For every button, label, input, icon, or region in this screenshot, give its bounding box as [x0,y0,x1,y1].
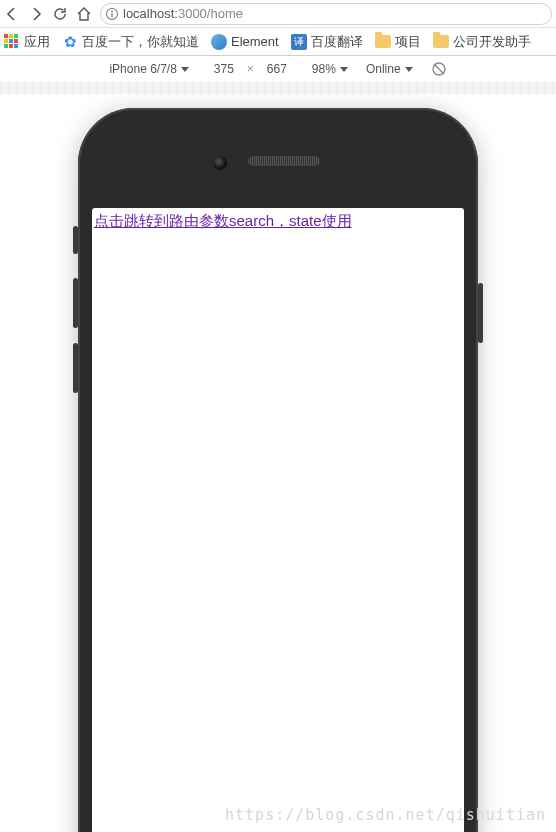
arrow-right-icon [28,6,44,22]
phone-camera [213,156,227,170]
folder-icon [433,34,449,50]
zoom-selector[interactable]: 98% [312,62,348,76]
device-dimensions: × [207,62,294,76]
svg-rect-2 [111,13,112,17]
phone-volume-up [73,278,78,328]
folder-icon [375,34,391,50]
bookmark-element[interactable]: Element [211,34,279,50]
phone-frame: 点击跳转到路由参数search，state使用 [78,108,478,832]
bookmark-label: 百度翻译 [311,33,363,51]
device-height-input[interactable] [260,62,294,76]
info-icon [105,7,119,21]
back-button[interactable] [4,6,20,22]
baidu-icon: ✿ [62,34,78,50]
network-value: Online [366,62,401,76]
phone-speaker [248,156,320,166]
device-stage: 点击跳转到路由参数search，state使用 https://blog.csd… [0,94,556,832]
bookmark-label: 项目 [395,33,421,51]
home-button[interactable] [76,6,92,22]
phone-power-button [478,283,483,343]
device-name: iPhone 6/7/8 [109,62,176,76]
reload-icon [52,6,68,22]
zoom-value: 98% [312,62,336,76]
bookmarks-bar: 应用 ✿ 百度一下，你就知道 Element 译 百度翻译 项目 公司开发助手 [0,28,556,56]
svg-point-1 [111,10,113,12]
bookmark-company[interactable]: 公司开发助手 [433,33,531,51]
url-path: 3000/home [178,6,243,21]
translate-icon: 译 [291,34,307,50]
device-width-input[interactable] [207,62,241,76]
svg-line-4 [434,64,444,74]
bookmark-label: Element [231,34,279,49]
network-selector[interactable]: Online [366,62,413,76]
url-host: localhost: [123,6,178,21]
bookmark-label: 百度一下，你就知道 [82,33,199,51]
phone-mute-switch [73,226,78,254]
rendered-page: 点击跳转到路由参数search，state使用 [92,208,464,235]
route-link[interactable]: 点击跳转到路由参数search，state使用 [94,212,352,229]
reload-button[interactable] [52,6,68,22]
bookmark-baidu[interactable]: ✿ 百度一下，你就知道 [62,33,199,51]
element-icon [211,34,227,50]
device-selector[interactable]: iPhone 6/7/8 [109,62,188,76]
phone-volume-down [73,343,78,393]
dimension-separator: × [247,62,254,76]
rotate-button[interactable] [431,61,447,77]
apps-button[interactable]: 应用 [4,33,50,51]
home-icon [76,6,92,22]
browser-nav-bar: localhost: 3000/home [0,0,556,28]
arrow-left-icon [4,6,20,22]
bookmark-project[interactable]: 项目 [375,33,421,51]
forward-button[interactable] [28,6,44,22]
address-bar[interactable]: localhost: 3000/home [100,3,552,25]
devtools-ruler [0,82,556,94]
phone-screen: 点击跳转到路由参数search，state使用 [92,208,464,832]
rotate-icon [431,61,447,77]
bookmark-translate[interactable]: 译 百度翻译 [291,33,363,51]
devtools-device-toolbar: iPhone 6/7/8 × 98% Online [0,56,556,82]
apps-grid-icon [4,34,20,50]
bookmark-label: 公司开发助手 [453,33,531,51]
apps-label: 应用 [24,33,50,51]
